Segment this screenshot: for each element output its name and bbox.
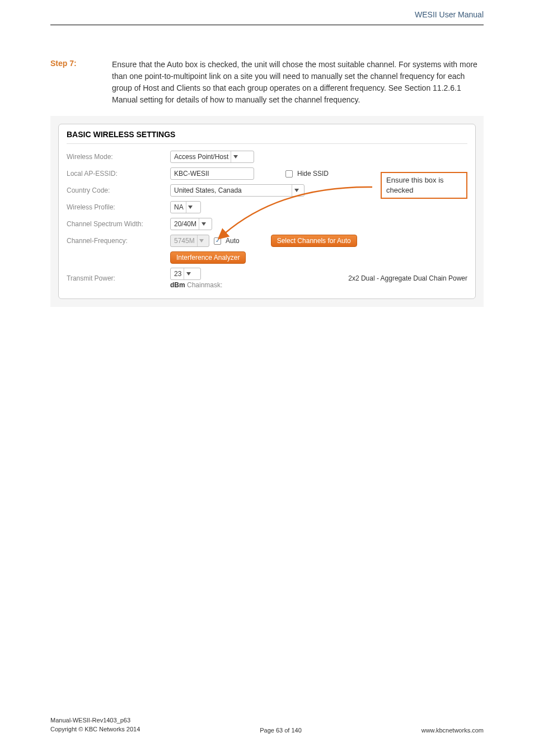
local-essid-value: KBC-WESII: [174, 170, 209, 178]
chevron-down-icon: [186, 202, 195, 213]
local-essid-input[interactable]: KBC-WESII: [170, 167, 254, 180]
callout-text: Ensure this box is checked: [386, 176, 444, 194]
footer-copyright: Copyright © KBC Networks 2014: [50, 725, 140, 734]
local-essid-label: Local AP-ESSID:: [67, 170, 170, 178]
channel-freq-select[interactable]: 5745M: [170, 235, 209, 247]
row-channel-frequency: Channel-Frequency: 5745M Auto Select Cha…: [67, 232, 467, 249]
footer-left: Manual-WESII-Rev1403_p63 Copyright © KBC…: [50, 716, 140, 734]
country-code-label: Country Code:: [67, 186, 170, 194]
step-label: Step 7:: [50, 59, 112, 68]
chevron-down-icon: [292, 185, 301, 196]
footer-url: www.kbcnetworks.com: [421, 727, 484, 734]
select-channels-button[interactable]: Select Channels for Auto: [271, 235, 357, 247]
channel-freq-label: Channel-Frequency:: [67, 237, 170, 245]
chevron-down-icon: [197, 235, 205, 246]
wireless-profile-label: Wireless Profile:: [67, 203, 170, 211]
wireless-profile-value: NA: [174, 203, 184, 211]
hide-ssid-label: Hide SSID: [297, 170, 329, 178]
footer-manual-ref: Manual-WESII-Rev1403_p63: [50, 716, 140, 725]
wireless-mode-value: Access Point/Host: [174, 153, 228, 161]
row-wireless-profile: Wireless Profile: NA: [67, 199, 467, 216]
callout-box: Ensure this box is checked: [381, 172, 467, 199]
hide-ssid-checkbox[interactable]: [285, 170, 293, 178]
auto-checkbox[interactable]: [214, 237, 221, 245]
settings-wrapper: BASIC WIRELESS SETTINGS Wireless Mode: A…: [50, 116, 484, 307]
spectrum-width-value: 20/40M: [174, 220, 196, 228]
row-wireless-mode: Wireless Mode: Access Point/Host: [67, 148, 467, 165]
chevron-down-icon: [231, 151, 240, 162]
spectrum-width-label: Channel Spectrum Width:: [67, 220, 170, 228]
page-footer: Manual-WESII-Rev1403_p63 Copyright © KBC…: [50, 716, 484, 734]
settings-panel: BASIC WIRELESS SETTINGS Wireless Mode: A…: [58, 124, 476, 299]
row-transmit-power: Transmit Power: 23 dBm Chainmask: 2x2 Du…: [67, 266, 467, 291]
transmit-power-select[interactable]: 23: [170, 268, 201, 280]
wireless-mode-label: Wireless Mode:: [67, 153, 170, 161]
settings-title: BASIC WIRELESS SETTINGS: [67, 130, 467, 144]
footer-page-number: Page 63 of 140: [260, 727, 302, 734]
transmit-power-label: Transmit Power:: [67, 274, 170, 282]
spectrum-width-select[interactable]: 20/40M: [170, 218, 212, 230]
interference-analyzer-label: Interference Analyzer: [176, 254, 240, 262]
step-text: Ensure that the Auto box is checked, the…: [112, 59, 484, 106]
step-block: Step 7: Ensure that the Auto box is chec…: [50, 59, 484, 106]
channel-freq-value: 5745M: [174, 237, 195, 245]
country-code-value: United States, Canada: [174, 186, 242, 194]
wireless-mode-select[interactable]: Access Point/Host: [170, 151, 254, 163]
row-spectrum-width: Channel Spectrum Width: 20/40M: [67, 216, 467, 232]
chainmask-label: dBm Chainmask:: [170, 281, 222, 289]
transmit-power-note: 2x2 Dual - Aggregate Dual Chain Power: [348, 274, 467, 282]
interference-analyzer-button[interactable]: Interference Analyzer: [170, 251, 246, 264]
auto-label: Auto: [226, 237, 240, 245]
chevron-down-icon: [184, 268, 193, 279]
header-title: WESII User Manual: [415, 10, 484, 19]
content-area: Step 7: Ensure that the Auto box is chec…: [0, 25, 534, 307]
select-channels-label: Select Channels for Auto: [277, 237, 351, 245]
chevron-down-icon: [199, 218, 208, 230]
transmit-power-value: 23: [174, 270, 181, 278]
page-header: WESII User Manual: [0, 0, 534, 25]
wireless-profile-select[interactable]: NA: [170, 201, 201, 213]
country-code-select[interactable]: United States, Canada: [170, 184, 305, 197]
row-interference: Interference Analyzer: [67, 249, 467, 266]
